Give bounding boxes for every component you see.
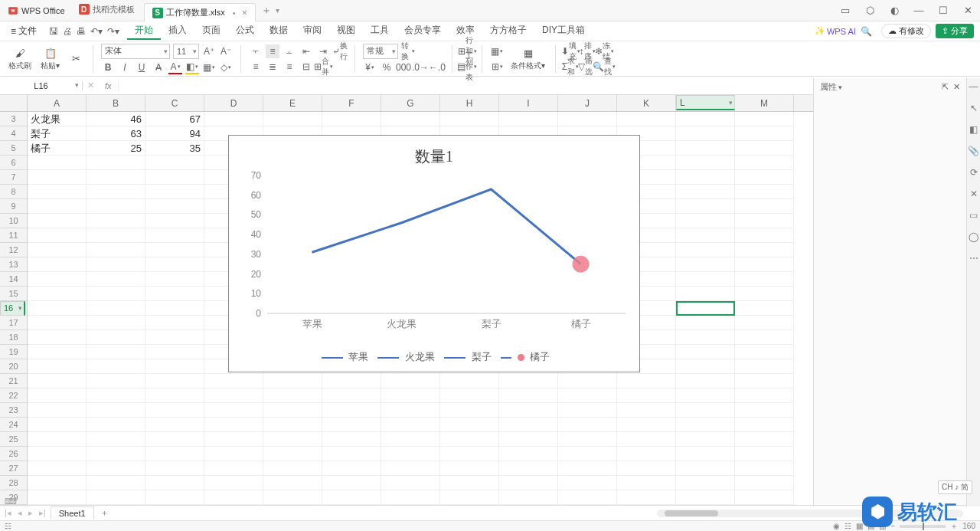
row-header[interactable]: 8 [0, 185, 27, 199]
cell[interactable] [28, 316, 87, 330]
cell[interactable] [676, 112, 735, 126]
cell[interactable] [263, 461, 322, 476]
tab-menu-icon[interactable]: ▾ [276, 6, 279, 15]
cell[interactable] [735, 345, 794, 359]
cell[interactable] [145, 199, 204, 214]
cell[interactable] [735, 199, 794, 214]
cell[interactable] [735, 359, 794, 374]
cell[interactable] [204, 476, 263, 490]
cell[interactable] [676, 447, 735, 461]
cell[interactable] [87, 330, 145, 345]
cell[interactable] [28, 257, 87, 272]
cell[interactable] [735, 374, 794, 388]
cell[interactable] [263, 418, 322, 432]
cell[interactable] [617, 374, 676, 388]
cancel-formula-icon[interactable]: ✕ [83, 80, 99, 90]
cell[interactable] [87, 461, 145, 476]
row-header[interactable]: 20 [0, 359, 27, 374]
cell[interactable] [735, 490, 794, 505]
qat-print-preview-icon[interactable]: 🖨 [63, 26, 72, 37]
cell[interactable] [87, 301, 145, 316]
menu-item[interactable]: 会员专享 [397, 22, 449, 40]
sheet-first-icon[interactable]: |◂ [3, 508, 13, 518]
menu-item[interactable]: DIY工具箱 [534, 22, 593, 40]
add-tab-button[interactable]: ＋ [260, 5, 273, 17]
cut-button[interactable]: ✂ [67, 51, 85, 67]
cell[interactable] [676, 330, 735, 345]
column-header[interactable]: I [499, 95, 558, 111]
cell[interactable] [28, 447, 87, 461]
cell[interactable] [499, 374, 558, 388]
cell[interactable] [735, 476, 794, 490]
cell[interactable] [28, 199, 87, 214]
column-header[interactable]: E [263, 95, 322, 111]
cell[interactable] [28, 287, 87, 301]
zoom-in-button[interactable]: ＋ [950, 521, 958, 532]
cell[interactable] [87, 359, 145, 374]
cell[interactable] [440, 476, 499, 490]
side-minus-icon[interactable]: — [969, 81, 978, 92]
align-middle-button[interactable]: ≡ [266, 44, 279, 58]
cell[interactable] [87, 388, 145, 403]
cell[interactable] [322, 403, 381, 418]
fill-color-button[interactable]: ◧ [185, 61, 199, 74]
cell[interactable] [28, 228, 87, 243]
cell[interactable] [676, 403, 735, 418]
cell[interactable] [322, 490, 381, 505]
cell[interactable] [87, 447, 145, 461]
percent-button[interactable]: % [380, 61, 394, 74]
bold-button[interactable]: B [101, 61, 115, 74]
align-left-button[interactable]: ≡ [249, 60, 263, 74]
cell[interactable] [28, 461, 87, 476]
side-clip-icon[interactable]: 📎 [968, 146, 979, 156]
cell[interactable] [676, 170, 735, 185]
cell[interactable] [322, 476, 381, 490]
cell[interactable] [617, 432, 676, 447]
row-headers[interactable]: 3456789101112131415161718192021222324252… [0, 112, 28, 506]
cell[interactable] [558, 374, 617, 388]
cell[interactable] [28, 388, 87, 403]
indent-left-button[interactable]: ⇤ [299, 44, 313, 58]
row-header[interactable]: 23 [0, 403, 27, 418]
cell[interactable] [617, 418, 676, 432]
cell[interactable] [676, 141, 735, 156]
cell[interactable] [735, 330, 794, 345]
embedded-chart[interactable]: 数量1 010203040506070苹果火龙果梨子橘子 苹果 火龙果 梨子 橘… [228, 135, 640, 372]
cell[interactable] [617, 461, 676, 476]
cell[interactable] [28, 374, 87, 388]
view-normal-icon[interactable]: ▦ [856, 522, 863, 530]
cell[interactable] [322, 432, 381, 447]
cell[interactable] [440, 388, 499, 403]
select-all-corner[interactable] [0, 95, 28, 112]
cell[interactable]: 46 [87, 112, 145, 126]
cell[interactable] [87, 243, 145, 257]
row-header[interactable]: 28 [0, 476, 27, 490]
cell[interactable] [145, 403, 204, 418]
convert-button[interactable]: 转换 [401, 44, 415, 58]
cell[interactable] [381, 112, 440, 126]
wps-ai-button[interactable]: ✨ WPS AI [815, 26, 856, 36]
wrap-button[interactable]: ⤶换行 [333, 44, 347, 58]
styles-button[interactable]: ▦ [490, 44, 504, 58]
cell[interactable] [28, 170, 87, 185]
row-header[interactable]: 14 [0, 272, 27, 287]
cell[interactable] [204, 432, 263, 447]
cell[interactable] [676, 490, 735, 505]
dec-dec-button[interactable]: ←.0 [430, 61, 444, 74]
column-header[interactable]: J [558, 95, 617, 111]
cell[interactable] [499, 388, 558, 403]
cell[interactable] [204, 112, 263, 126]
cell[interactable] [381, 461, 440, 476]
font-size-select[interactable]: 11 [173, 44, 199, 59]
cell[interactable] [735, 257, 794, 272]
cell[interactable] [145, 447, 204, 461]
cell[interactable] [145, 185, 204, 199]
cell[interactable] [676, 156, 735, 170]
cell[interactable] [617, 476, 676, 490]
cell[interactable] [204, 418, 263, 432]
document-tab[interactable]: D找稻壳模板 [71, 1, 142, 18]
cell[interactable] [676, 359, 735, 374]
cell[interactable] [440, 490, 499, 505]
cell[interactable] [28, 403, 87, 418]
menu-item[interactable]: 插入 [161, 22, 194, 40]
